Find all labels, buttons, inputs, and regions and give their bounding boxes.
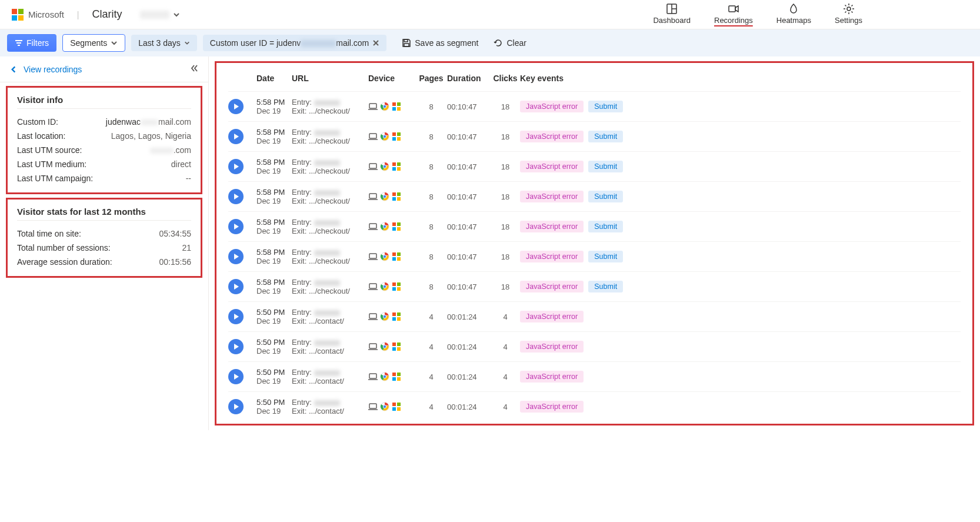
laptop-icon bbox=[368, 312, 378, 321]
submit-tag[interactable]: Submit bbox=[588, 221, 623, 232]
date-range-chip[interactable]: Last 3 days bbox=[131, 35, 197, 51]
recordings-icon bbox=[728, 3, 739, 15]
play-button[interactable] bbox=[228, 339, 244, 354]
cell-duration: 00:10:47 bbox=[447, 102, 491, 111]
nav-settings[interactable]: Settings bbox=[835, 3, 862, 26]
cell-pages: 8 bbox=[415, 132, 447, 141]
visitor-stats-title: Visitor stats for last 12 months bbox=[17, 207, 191, 221]
play-button[interactable] bbox=[228, 399, 244, 414]
table-row[interactable]: 5:58 PM Dec 19 Entry: Exit: .../checkout… bbox=[228, 91, 961, 121]
submit-tag[interactable]: Submit bbox=[588, 131, 623, 142]
jserror-tag[interactable]: JavaScript error bbox=[520, 191, 584, 202]
jserror-tag[interactable]: JavaScript error bbox=[520, 281, 584, 292]
entry-url: Entry: bbox=[292, 188, 368, 197]
filters-button[interactable]: Filters bbox=[7, 34, 56, 52]
play-button[interactable] bbox=[228, 279, 244, 294]
laptop-icon bbox=[368, 252, 378, 261]
cell-duration: 00:01:24 bbox=[447, 343, 491, 351]
svg-rect-112 bbox=[392, 343, 396, 346]
total-time-value: 05:34:55 bbox=[159, 229, 192, 238]
svg-rect-80 bbox=[397, 252, 401, 256]
chrome-icon bbox=[380, 222, 389, 231]
table-row[interactable]: 5:58 PM Dec 19 Entry: Exit: .../checkout… bbox=[228, 241, 961, 271]
table-row[interactable]: 5:50 PM Dec 19 Entry: Exit: .../contact/… bbox=[228, 301, 961, 331]
table-row[interactable]: 5:58 PM Dec 19 Entry: Exit: .../checkout… bbox=[228, 151, 961, 181]
cell-duration: 00:10:47 bbox=[447, 252, 491, 261]
col-key-events: Key events bbox=[520, 74, 961, 83]
exit-url: Exit: .../checkout/ bbox=[292, 137, 368, 145]
cell-duration: 00:10:47 bbox=[447, 192, 491, 201]
jserror-tag[interactable]: JavaScript error bbox=[520, 311, 584, 322]
jserror-tag[interactable]: JavaScript error bbox=[520, 341, 584, 353]
cell-url: Entry: Exit: .../contact/ bbox=[292, 338, 368, 355]
svg-rect-81 bbox=[392, 257, 396, 261]
play-button[interactable] bbox=[228, 129, 244, 144]
svg-rect-3 bbox=[18, 15, 24, 21]
play-button[interactable] bbox=[228, 369, 244, 384]
heatmaps-icon bbox=[788, 3, 799, 15]
chevron-left-icon[interactable] bbox=[9, 65, 18, 74]
save-segment-button[interactable]: Save as segment bbox=[402, 38, 478, 48]
table-row[interactable]: 5:50 PM Dec 19 Entry: Exit: .../contact/… bbox=[228, 391, 961, 421]
nav-dashboard[interactable]: Dashboard bbox=[653, 3, 691, 26]
cell-device bbox=[368, 342, 415, 351]
jserror-tag[interactable]: JavaScript error bbox=[520, 371, 584, 383]
laptop-icon bbox=[368, 192, 378, 201]
submit-tag[interactable]: Submit bbox=[588, 161, 623, 172]
cell-key-events: JavaScript error bbox=[520, 371, 961, 383]
cell-pages: 8 bbox=[415, 192, 447, 201]
svg-rect-15 bbox=[404, 39, 408, 42]
table-row[interactable]: 5:50 PM Dec 19 Entry: Exit: .../contact/… bbox=[228, 361, 961, 391]
play-button[interactable] bbox=[228, 249, 244, 264]
view-recordings-link[interactable]: View recordings bbox=[24, 65, 82, 74]
table-row[interactable]: 5:58 PM Dec 19 Entry: Exit: .../checkout… bbox=[228, 121, 961, 151]
exit-url: Exit: .../contact/ bbox=[292, 407, 368, 415]
play-button[interactable] bbox=[228, 189, 244, 204]
jserror-tag[interactable]: JavaScript error bbox=[520, 251, 584, 262]
entry-url: Entry: bbox=[292, 278, 368, 287]
svg-rect-2 bbox=[12, 15, 17, 21]
submit-tag[interactable]: Submit bbox=[588, 251, 623, 262]
jserror-tag[interactable]: JavaScript error bbox=[520, 131, 584, 142]
svg-rect-126 bbox=[397, 377, 401, 381]
windows-icon bbox=[392, 192, 401, 201]
jserror-tag[interactable]: JavaScript error bbox=[520, 101, 584, 112]
collapse-sidebar-button[interactable] bbox=[189, 64, 199, 75]
windows-icon bbox=[392, 372, 401, 381]
jserror-tag[interactable]: JavaScript error bbox=[520, 221, 584, 232]
close-icon[interactable] bbox=[372, 39, 379, 46]
cell-date: 5:50 PM Dec 19 bbox=[256, 308, 292, 325]
jserror-tag[interactable]: JavaScript error bbox=[520, 161, 584, 172]
jserror-tag[interactable]: JavaScript error bbox=[520, 401, 584, 413]
table-row[interactable]: 5:50 PM Dec 19 Entry: Exit: .../contact/… bbox=[228, 331, 961, 361]
nav-recordings[interactable]: Recordings bbox=[714, 3, 753, 26]
svg-marker-50 bbox=[234, 194, 239, 200]
cell-key-events: JavaScript error bbox=[520, 341, 961, 353]
submit-tag[interactable]: Submit bbox=[588, 191, 623, 202]
svg-rect-46 bbox=[392, 162, 396, 166]
filters-button-label: Filters bbox=[26, 38, 49, 48]
nav-heatmaps[interactable]: Heatmaps bbox=[776, 3, 811, 26]
exit-url: Exit: .../checkout/ bbox=[292, 257, 368, 265]
entry-url: Entry: bbox=[292, 308, 368, 317]
segments-button[interactable]: Segments bbox=[62, 34, 125, 52]
cell-device bbox=[368, 192, 415, 201]
table-row[interactable]: 5:58 PM Dec 19 Entry: Exit: .../checkout… bbox=[228, 211, 961, 241]
svg-rect-68 bbox=[392, 222, 396, 226]
table-row[interactable]: 5:58 PM Dec 19 Entry: Exit: .../checkout… bbox=[228, 271, 961, 301]
submit-tag[interactable]: Submit bbox=[588, 281, 623, 292]
play-button[interactable] bbox=[228, 309, 244, 324]
table-row[interactable]: 5:58 PM Dec 19 Entry: Exit: .../checkout… bbox=[228, 181, 961, 211]
project-dropdown[interactable] bbox=[140, 11, 180, 19]
play-button[interactable] bbox=[228, 99, 244, 114]
play-button[interactable] bbox=[228, 219, 244, 234]
submit-tag[interactable]: Submit bbox=[588, 101, 623, 112]
svg-rect-106 bbox=[369, 344, 376, 348]
exit-url: Exit: .../checkout/ bbox=[292, 227, 368, 235]
clear-button[interactable]: Clear bbox=[494, 38, 526, 48]
cell-key-events: JavaScript error Submit bbox=[520, 101, 961, 112]
svg-point-111 bbox=[384, 345, 386, 348]
play-button[interactable] bbox=[228, 159, 244, 174]
custom-filter-chip[interactable]: Custom user ID = judenvmail.com bbox=[203, 35, 386, 51]
svg-rect-91 bbox=[397, 282, 401, 286]
